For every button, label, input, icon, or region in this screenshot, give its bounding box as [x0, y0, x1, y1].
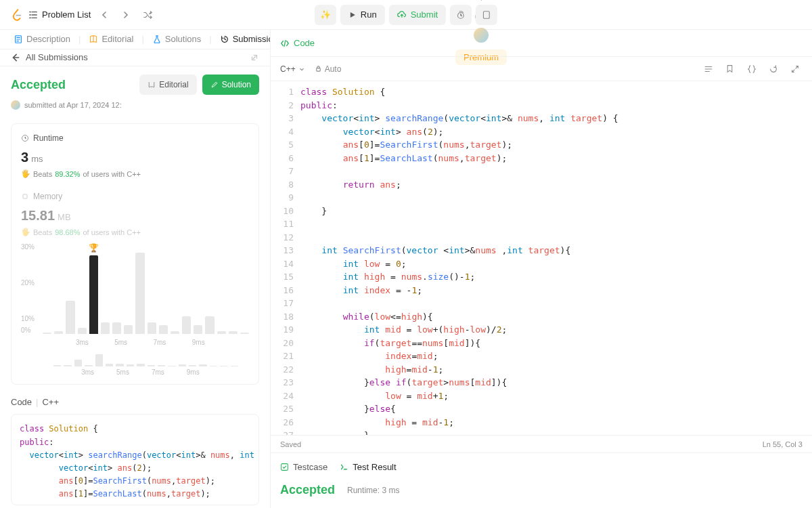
prev-button[interactable]: [96, 7, 112, 23]
logo-icon[interactable]: [11, 9, 23, 21]
svg-rect-9: [23, 194, 27, 198]
status-row: Accepted Editorial Solution: [0, 66, 270, 100]
tab-description[interactable]: Description: [8, 31, 76, 47]
solution-button[interactable]: Solution: [202, 75, 259, 95]
timer-button[interactable]: [450, 5, 472, 25]
list-icon: [28, 10, 38, 20]
run-button[interactable]: Run: [340, 5, 385, 25]
run-label: Run: [361, 9, 377, 20]
language-selector[interactable]: C++: [280, 64, 305, 74]
save-status: Saved: [280, 440, 301, 448]
svg-rect-10: [316, 68, 320, 72]
cursor-position: Ln 55, Col 3: [763, 440, 803, 448]
chart-bar[interactable]: [78, 328, 87, 334]
chip-icon: [21, 192, 29, 200]
chevron-down-icon: [298, 66, 305, 72]
mini-bar: [64, 365, 71, 366]
left-tabs: Description | Editorial | Solutions | Su…: [0, 30, 270, 49]
doc-icon: [14, 35, 23, 44]
code-preview: class Solution { public: vector<int> sea…: [11, 414, 259, 505]
mini-bar: [210, 366, 217, 366]
mini-bar: [106, 364, 113, 366]
chart-bar[interactable]: [205, 316, 214, 335]
shuffle-button[interactable]: [139, 7, 156, 23]
chart-bar[interactable]: [112, 322, 121, 335]
memory-unit: MB: [58, 212, 71, 222]
chart-bar[interactable]: [217, 331, 226, 334]
fullscreen-button[interactable]: [790, 64, 803, 74]
braces-button[interactable]: [747, 64, 759, 74]
tab-submissions[interactable]: Submissions: [215, 31, 271, 47]
chart-bar[interactable]: [135, 253, 144, 335]
code-editor[interactable]: 1234567891011121314151617181920212223242…: [271, 81, 812, 435]
tab-solutions[interactable]: Solutions: [147, 31, 206, 47]
mini-bar: [231, 366, 238, 366]
book-small-icon: [148, 81, 156, 89]
avatar-small: [11, 100, 20, 110]
chart-bar[interactable]: [229, 331, 238, 334]
hand-icon: 🖐️: [21, 169, 30, 178]
reset-button[interactable]: [769, 64, 781, 74]
chart-bar[interactable]: [124, 325, 133, 334]
chart-bar[interactable]: [159, 325, 168, 334]
memory-value: 15.81: [21, 208, 55, 224]
chart-bar[interactable]: [240, 333, 249, 334]
next-button[interactable]: [118, 7, 134, 23]
all-submissions-row[interactable]: All Submissions: [0, 49, 270, 67]
bookmark-button[interactable]: [725, 64, 738, 73]
hand-icon-2: 🖐️: [21, 228, 30, 236]
code-header: Code: [271, 30, 812, 57]
code-icon: [280, 39, 290, 48]
book-icon: [89, 35, 98, 44]
check-square-icon: [280, 463, 289, 471]
format-button[interactable]: [704, 64, 716, 74]
mini-bar: [127, 364, 134, 366]
editorial-button[interactable]: Editorial: [139, 75, 196, 95]
run-submit-group: ✨ Run Submit: [315, 5, 497, 25]
chart-bar[interactable]: [66, 301, 74, 334]
all-submissions-label: All Submissions: [26, 52, 88, 62]
console-panel: Testcase Test Result Accepted Runtime: 3…: [271, 452, 812, 508]
submit-button[interactable]: Submit: [389, 5, 446, 25]
mini-bar: [220, 366, 227, 366]
link-icon[interactable]: [250, 53, 259, 62]
result-runtime: Runtime: 3 ms: [347, 486, 399, 495]
verdict-label: Accepted: [11, 78, 66, 92]
chart-bar[interactable]: [148, 322, 156, 335]
tab-testresult[interactable]: Test Result: [340, 462, 396, 472]
lock-icon: [315, 65, 322, 72]
memory-label: Memory: [33, 192, 62, 201]
edit-icon: [210, 81, 219, 89]
chart-bar[interactable]: [194, 325, 202, 334]
chart-bar[interactable]: [54, 331, 63, 334]
tab-editorial[interactable]: Editorial: [83, 31, 139, 47]
chart-bar[interactable]: [182, 316, 191, 335]
submit-label: Submit: [411, 9, 438, 20]
runtime-chart: 30% 20% 10% 0% 3ms 5ms 7ms 9ms: [21, 243, 249, 352]
note-icon: [482, 10, 491, 20]
back-arrow-icon: [11, 53, 20, 62]
result-verdict: Accepted: [280, 483, 335, 497]
problem-list-button[interactable]: Problem List: [28, 9, 91, 20]
clock-small-icon: [21, 134, 29, 142]
mini-bar: [199, 364, 206, 366]
topbar: Problem List ✨ Run Submit 0 Premium: [0, 0, 812, 30]
play-icon: [348, 11, 357, 19]
svg-rect-1: [484, 11, 490, 18]
mini-bar: [85, 365, 92, 366]
tab-description-label: Description: [26, 34, 70, 44]
runtime-value: 3: [21, 150, 28, 165]
mini-bar: [189, 365, 196, 366]
chart-bar[interactable]: [101, 322, 110, 335]
chart-bar[interactable]: [171, 331, 179, 334]
notes-button[interactable]: [476, 5, 497, 25]
problem-list-label: Problem List: [42, 9, 91, 20]
settings-button[interactable]: [473, 0, 489, 4]
debug-button[interactable]: ✨: [315, 5, 336, 25]
auto-toggle[interactable]: Auto: [315, 64, 342, 74]
chart-bar[interactable]: [89, 255, 98, 334]
chart-bar[interactable]: [43, 333, 51, 334]
mini-bar: [53, 365, 61, 366]
tab-testcase[interactable]: Testcase: [280, 462, 328, 472]
mini-bar: [137, 364, 144, 366]
